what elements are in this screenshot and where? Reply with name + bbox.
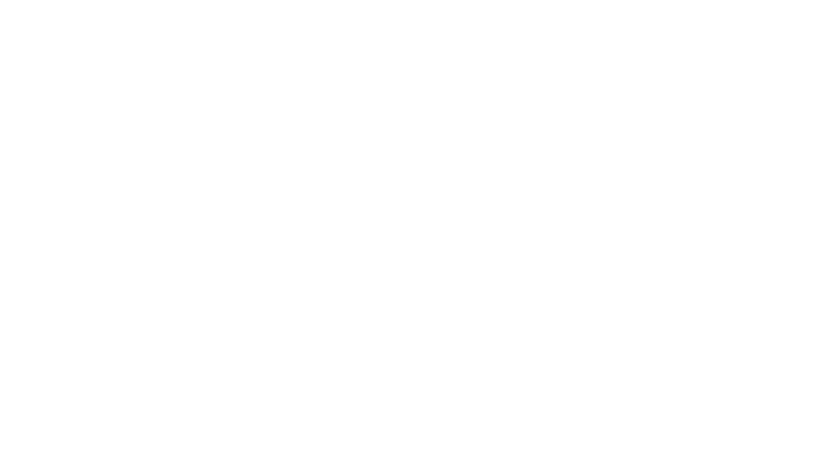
chart-canvas[interactable] [0,0,835,470]
trading-chart-window [0,0,835,470]
fxpro-logo [28,243,148,349]
